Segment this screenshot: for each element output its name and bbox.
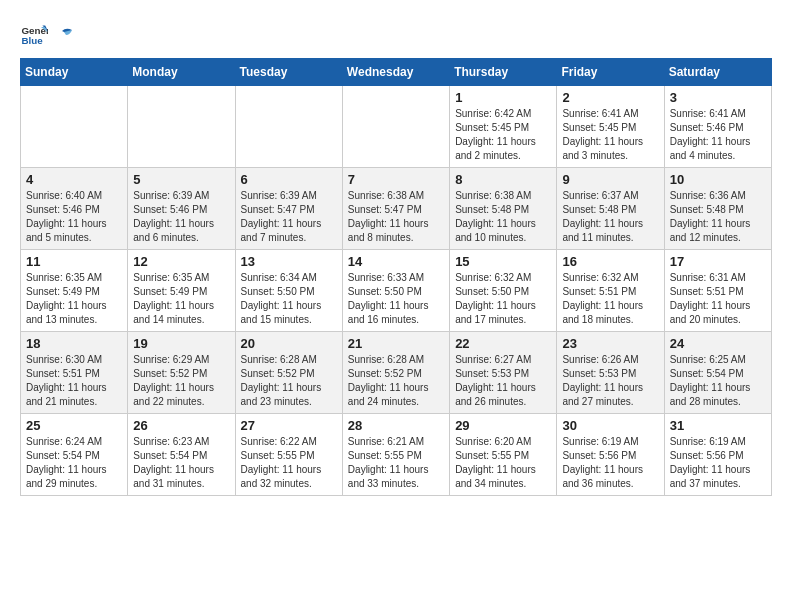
day-number: 25	[26, 418, 122, 433]
calendar-cell: 3Sunrise: 6:41 AMSunset: 5:46 PMDaylight…	[664, 86, 771, 168]
calendar-cell: 20Sunrise: 6:28 AMSunset: 5:52 PMDayligh…	[235, 332, 342, 414]
day-number: 10	[670, 172, 766, 187]
header: General Blue	[20, 20, 772, 48]
day-number: 14	[348, 254, 444, 269]
calendar-cell: 26Sunrise: 6:23 AMSunset: 5:54 PMDayligh…	[128, 414, 235, 496]
calendar-cell: 1Sunrise: 6:42 AMSunset: 5:45 PMDaylight…	[450, 86, 557, 168]
calendar-cell: 24Sunrise: 6:25 AMSunset: 5:54 PMDayligh…	[664, 332, 771, 414]
calendar-header: SundayMondayTuesdayWednesdayThursdayFrid…	[21, 59, 772, 86]
day-number: 28	[348, 418, 444, 433]
day-info: Sunrise: 6:35 AMSunset: 5:49 PMDaylight:…	[26, 271, 122, 327]
calendar-week-3: 18Sunrise: 6:30 AMSunset: 5:51 PMDayligh…	[21, 332, 772, 414]
day-number: 4	[26, 172, 122, 187]
day-info: Sunrise: 6:26 AMSunset: 5:53 PMDaylight:…	[562, 353, 658, 409]
calendar-week-0: 1Sunrise: 6:42 AMSunset: 5:45 PMDaylight…	[21, 86, 772, 168]
day-number: 13	[241, 254, 337, 269]
day-info: Sunrise: 6:37 AMSunset: 5:48 PMDaylight:…	[562, 189, 658, 245]
day-number: 31	[670, 418, 766, 433]
day-number: 1	[455, 90, 551, 105]
day-number: 29	[455, 418, 551, 433]
calendar-week-2: 11Sunrise: 6:35 AMSunset: 5:49 PMDayligh…	[21, 250, 772, 332]
day-number: 12	[133, 254, 229, 269]
day-header-tuesday: Tuesday	[235, 59, 342, 86]
day-info: Sunrise: 6:38 AMSunset: 5:47 PMDaylight:…	[348, 189, 444, 245]
day-info: Sunrise: 6:41 AMSunset: 5:45 PMDaylight:…	[562, 107, 658, 163]
day-number: 26	[133, 418, 229, 433]
day-number: 27	[241, 418, 337, 433]
logo: General Blue	[20, 20, 74, 48]
day-number: 3	[670, 90, 766, 105]
calendar-week-1: 4Sunrise: 6:40 AMSunset: 5:46 PMDaylight…	[21, 168, 772, 250]
day-info: Sunrise: 6:32 AMSunset: 5:51 PMDaylight:…	[562, 271, 658, 327]
calendar-cell: 9Sunrise: 6:37 AMSunset: 5:48 PMDaylight…	[557, 168, 664, 250]
day-info: Sunrise: 6:19 AMSunset: 5:56 PMDaylight:…	[562, 435, 658, 491]
day-info: Sunrise: 6:35 AMSunset: 5:49 PMDaylight:…	[133, 271, 229, 327]
day-info: Sunrise: 6:19 AMSunset: 5:56 PMDaylight:…	[670, 435, 766, 491]
day-number: 23	[562, 336, 658, 351]
calendar-cell: 16Sunrise: 6:32 AMSunset: 5:51 PMDayligh…	[557, 250, 664, 332]
calendar-week-4: 25Sunrise: 6:24 AMSunset: 5:54 PMDayligh…	[21, 414, 772, 496]
calendar-cell: 31Sunrise: 6:19 AMSunset: 5:56 PMDayligh…	[664, 414, 771, 496]
calendar-cell	[21, 86, 128, 168]
logo-icon: General Blue	[20, 20, 48, 48]
day-info: Sunrise: 6:33 AMSunset: 5:50 PMDaylight:…	[348, 271, 444, 327]
day-number: 16	[562, 254, 658, 269]
day-info: Sunrise: 6:28 AMSunset: 5:52 PMDaylight:…	[241, 353, 337, 409]
calendar-cell: 21Sunrise: 6:28 AMSunset: 5:52 PMDayligh…	[342, 332, 449, 414]
day-info: Sunrise: 6:34 AMSunset: 5:50 PMDaylight:…	[241, 271, 337, 327]
calendar-cell: 28Sunrise: 6:21 AMSunset: 5:55 PMDayligh…	[342, 414, 449, 496]
day-header-monday: Monday	[128, 59, 235, 86]
calendar-cell: 18Sunrise: 6:30 AMSunset: 5:51 PMDayligh…	[21, 332, 128, 414]
calendar-cell: 10Sunrise: 6:36 AMSunset: 5:48 PMDayligh…	[664, 168, 771, 250]
calendar-cell: 13Sunrise: 6:34 AMSunset: 5:50 PMDayligh…	[235, 250, 342, 332]
calendar-cell: 7Sunrise: 6:38 AMSunset: 5:47 PMDaylight…	[342, 168, 449, 250]
day-number: 17	[670, 254, 766, 269]
calendar-cell: 17Sunrise: 6:31 AMSunset: 5:51 PMDayligh…	[664, 250, 771, 332]
calendar-cell: 29Sunrise: 6:20 AMSunset: 5:55 PMDayligh…	[450, 414, 557, 496]
calendar-cell: 27Sunrise: 6:22 AMSunset: 5:55 PMDayligh…	[235, 414, 342, 496]
day-number: 11	[26, 254, 122, 269]
day-info: Sunrise: 6:31 AMSunset: 5:51 PMDaylight:…	[670, 271, 766, 327]
day-number: 8	[455, 172, 551, 187]
logo-bird-icon	[52, 25, 74, 47]
calendar-cell: 2Sunrise: 6:41 AMSunset: 5:45 PMDaylight…	[557, 86, 664, 168]
day-info: Sunrise: 6:41 AMSunset: 5:46 PMDaylight:…	[670, 107, 766, 163]
calendar-cell	[128, 86, 235, 168]
day-number: 24	[670, 336, 766, 351]
day-info: Sunrise: 6:25 AMSunset: 5:54 PMDaylight:…	[670, 353, 766, 409]
day-info: Sunrise: 6:32 AMSunset: 5:50 PMDaylight:…	[455, 271, 551, 327]
calendar-cell: 19Sunrise: 6:29 AMSunset: 5:52 PMDayligh…	[128, 332, 235, 414]
calendar-cell: 4Sunrise: 6:40 AMSunset: 5:46 PMDaylight…	[21, 168, 128, 250]
calendar-table: SundayMondayTuesdayWednesdayThursdayFrid…	[20, 58, 772, 496]
day-header-thursday: Thursday	[450, 59, 557, 86]
day-info: Sunrise: 6:20 AMSunset: 5:55 PMDaylight:…	[455, 435, 551, 491]
calendar-cell: 8Sunrise: 6:38 AMSunset: 5:48 PMDaylight…	[450, 168, 557, 250]
day-info: Sunrise: 6:24 AMSunset: 5:54 PMDaylight:…	[26, 435, 122, 491]
calendar-cell: 23Sunrise: 6:26 AMSunset: 5:53 PMDayligh…	[557, 332, 664, 414]
day-info: Sunrise: 6:39 AMSunset: 5:46 PMDaylight:…	[133, 189, 229, 245]
day-number: 15	[455, 254, 551, 269]
day-info: Sunrise: 6:27 AMSunset: 5:53 PMDaylight:…	[455, 353, 551, 409]
day-header-saturday: Saturday	[664, 59, 771, 86]
day-info: Sunrise: 6:28 AMSunset: 5:52 PMDaylight:…	[348, 353, 444, 409]
day-info: Sunrise: 6:42 AMSunset: 5:45 PMDaylight:…	[455, 107, 551, 163]
calendar-cell: 22Sunrise: 6:27 AMSunset: 5:53 PMDayligh…	[450, 332, 557, 414]
day-number: 7	[348, 172, 444, 187]
calendar-cell	[342, 86, 449, 168]
days-of-week-row: SundayMondayTuesdayWednesdayThursdayFrid…	[21, 59, 772, 86]
day-header-friday: Friday	[557, 59, 664, 86]
calendar-cell	[235, 86, 342, 168]
calendar-body: 1Sunrise: 6:42 AMSunset: 5:45 PMDaylight…	[21, 86, 772, 496]
day-number: 19	[133, 336, 229, 351]
svg-text:Blue: Blue	[21, 35, 43, 46]
day-number: 22	[455, 336, 551, 351]
calendar-cell: 12Sunrise: 6:35 AMSunset: 5:49 PMDayligh…	[128, 250, 235, 332]
calendar-cell: 15Sunrise: 6:32 AMSunset: 5:50 PMDayligh…	[450, 250, 557, 332]
day-info: Sunrise: 6:30 AMSunset: 5:51 PMDaylight:…	[26, 353, 122, 409]
calendar-cell: 6Sunrise: 6:39 AMSunset: 5:47 PMDaylight…	[235, 168, 342, 250]
day-info: Sunrise: 6:23 AMSunset: 5:54 PMDaylight:…	[133, 435, 229, 491]
day-info: Sunrise: 6:38 AMSunset: 5:48 PMDaylight:…	[455, 189, 551, 245]
day-number: 20	[241, 336, 337, 351]
calendar-cell: 25Sunrise: 6:24 AMSunset: 5:54 PMDayligh…	[21, 414, 128, 496]
calendar-cell: 11Sunrise: 6:35 AMSunset: 5:49 PMDayligh…	[21, 250, 128, 332]
